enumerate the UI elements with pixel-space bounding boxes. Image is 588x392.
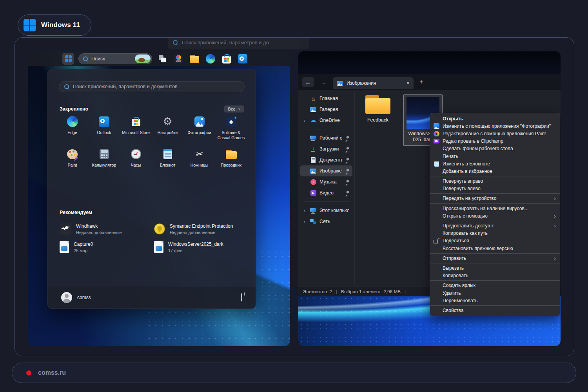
menu-item-restore-version[interactable]: Восстановить прежнюю версию	[430, 245, 560, 252]
sidebar-item-desktop[interactable]: Рабочий стол	[300, 132, 352, 143]
close-tab-icon[interactable]: ×	[407, 80, 410, 86]
chevron-right-icon[interactable]: ›	[303, 118, 307, 123]
folder-icon	[365, 94, 390, 114]
menu-item-open[interactable]: Открыть	[430, 115, 560, 122]
desktop-icon	[310, 136, 316, 141]
edge-button[interactable]	[205, 53, 216, 65]
menu-item-edit-paint[interactable]: Редактирование с помощью приложения Pain…	[430, 130, 560, 137]
site-footer: comss.ru	[12, 363, 576, 383]
menu-item-print[interactable]: Печать	[430, 152, 560, 160]
menu-item-set-wallpaper[interactable]: Сделать фоном рабочего стола	[430, 145, 560, 152]
chevron-right-icon[interactable]: ›	[303, 208, 307, 214]
menu-item-rename[interactable]: Переименовать	[430, 297, 560, 304]
sidebar-item-music[interactable]: ♪ Музыка	[300, 176, 352, 187]
sidebar-item-home[interactable]: ⌂ Главная	[300, 93, 352, 104]
menu-item-edit-clipchamp[interactable]: Редактировать в Clipchamp	[430, 138, 560, 145]
menu-item-give-access[interactable]: Предоставить доступ к›	[430, 222, 560, 229]
chevron-right-icon[interactable]: ›	[303, 219, 307, 225]
pinned-app-paint[interactable]: Paint	[56, 148, 88, 168]
tab-pictures[interactable]: Изображения ×	[333, 77, 414, 89]
notepad-icon	[434, 161, 439, 167]
user-name: comss	[77, 295, 91, 300]
sidebar-item-gallery[interactable]: Галерея	[300, 104, 352, 115]
menu-item-rotate-right[interactable]: Повернуть вправо	[430, 178, 560, 185]
outlook-button[interactable]	[237, 53, 249, 65]
file-explorer-button[interactable]	[189, 53, 200, 65]
menu-item-properties[interactable]: Свойства	[430, 307, 560, 314]
folder-icon	[226, 150, 237, 159]
pinned-app-solitaire[interactable]: ♠ Solitaire & Casual Games	[215, 116, 247, 140]
sidebar-item-downloads[interactable]: ↓ Загрузки	[300, 143, 352, 154]
recommended-item-windowsserver[interactable]: WindowsServer2025_dark 17 фев	[154, 241, 244, 253]
solitaire-spade-icon: ♠	[226, 116, 236, 127]
pinned-app-edge[interactable]: Edge	[56, 116, 88, 140]
recommended-item-capture0[interactable]: Capture0 26 мар	[60, 241, 149, 253]
file-feedback-folder[interactable]: Feedback	[359, 94, 397, 123]
pinned-app-settings[interactable]: ⚙ Настройки	[152, 116, 183, 140]
menu-divider	[430, 263, 560, 263]
pin-icon	[345, 180, 349, 184]
pinned-app-calculator[interactable]: Калькулятор	[88, 148, 120, 168]
submenu-arrow-icon: ›	[554, 195, 556, 201]
sidebar-item-documents[interactable]: Документы	[300, 154, 352, 165]
menu-item-open-with[interactable]: Открыть с помощью›	[430, 212, 560, 220]
pinned-app-store[interactable]: Microsoft Store	[120, 116, 152, 140]
start-search-input[interactable]: Поиск приложений, параметров и документо…	[59, 81, 245, 92]
task-view-button[interactable]	[156, 53, 168, 65]
pinned-app-clock[interactable]: Часы	[120, 148, 152, 168]
windows-logo-icon	[24, 19, 36, 31]
menu-item-copy-as-path[interactable]: Копировать как путь	[430, 230, 560, 237]
pinned-app-photos[interactable]: Фотографии	[183, 116, 215, 140]
sidebar-divider	[303, 201, 350, 202]
menu-item-edit-notepad[interactable]: Изменить в Блокноте	[430, 160, 560, 167]
gallery-icon	[310, 107, 316, 112]
menu-item-scan-viruses[interactable]: Просканировать на наличие вирусов...	[430, 205, 560, 212]
start-button[interactable]	[62, 53, 74, 65]
menu-divider	[430, 203, 560, 204]
new-tab-button[interactable]: +	[419, 78, 423, 85]
store-button[interactable]	[221, 53, 232, 65]
menu-item-add-favorites[interactable]: Добавить в избранное	[430, 167, 560, 175]
pinned-app-snipping[interactable]: ✂ Ножницы	[183, 148, 215, 168]
forward-button[interactable]: →	[318, 77, 329, 87]
m365-button[interactable]: M365	[172, 53, 184, 65]
sidebar-item-network[interactable]: › Сеть	[300, 216, 352, 227]
onedrive-cloud-icon: ☁	[310, 117, 316, 123]
yellow-shield-icon	[154, 223, 165, 234]
menu-item-cast-device[interactable]: Передать на устройство›	[430, 195, 560, 202]
taskbar-search-box[interactable]: Поиск	[78, 53, 152, 64]
menu-divider	[430, 253, 560, 254]
sidebar-item-onedrive[interactable]: › ☁ OneDrive	[300, 115, 352, 126]
search-highlight-image[interactable]	[135, 54, 151, 63]
menu-item-send-to[interactable]: Отправить›	[430, 254, 560, 262]
taskbar: Поиск M365	[28, 51, 290, 66]
power-button[interactable]	[241, 294, 242, 301]
paint-palette-icon	[67, 149, 78, 159]
menu-item-cut[interactable]: Вырезать	[430, 264, 560, 272]
all-apps-button[interactable]: Все ›	[224, 105, 244, 113]
network-icon	[310, 219, 316, 224]
user-chip[interactable]: comss	[61, 292, 91, 303]
sidebar-item-this-pc[interactable]: › Этот компьютер	[300, 205, 352, 216]
menu-item-share[interactable]: Поделиться	[430, 237, 560, 245]
menu-item-rotate-left[interactable]: Повернуть влево	[430, 185, 560, 192]
recommended-item-symantec[interactable]: Symantec Endpoint Protection Недавно доб…	[154, 223, 244, 235]
menu-item-copy[interactable]: Копировать	[430, 272, 560, 279]
back-button[interactable]: ←	[302, 77, 314, 87]
left-desktop-panel: Поиск M365 Поиск приложений, параметров …	[28, 51, 290, 346]
menu-item-delete[interactable]: Удалить	[430, 289, 560, 297]
search-icon	[83, 56, 88, 62]
pinned-app-explorer[interactable]: Проводник	[215, 148, 247, 168]
sidebar-item-video[interactable]: ▶ Видео	[300, 187, 352, 198]
start-search-placeholder: Поиск приложений, параметров и документо…	[73, 84, 178, 89]
menu-item-create-shortcut[interactable]: Создать ярлык	[430, 282, 560, 289]
red-dot-icon	[26, 370, 31, 376]
task-view-icon	[158, 54, 167, 63]
desktop-top-strip	[298, 51, 561, 74]
sidebar-item-pictures[interactable]: Изображения	[300, 165, 352, 176]
recommended-item-windhawk[interactable]: Windhawk Недавно добавленные	[60, 223, 149, 235]
pinned-app-outlook[interactable]: Outlook	[88, 116, 120, 140]
downloads-icon: ↓	[310, 146, 316, 152]
menu-item-edit-photos[interactable]: Изменить с помощью приложения "Фотографи…	[430, 122, 560, 130]
pinned-app-notepad[interactable]: Блокнот	[152, 148, 183, 168]
